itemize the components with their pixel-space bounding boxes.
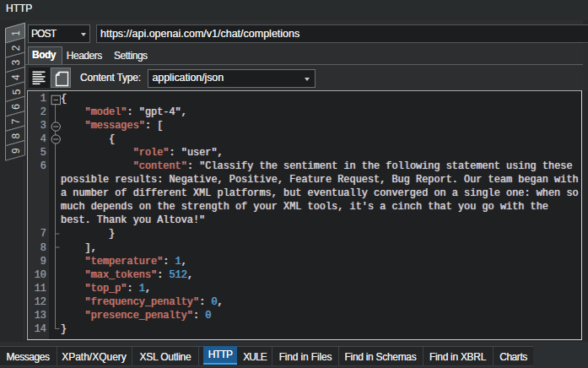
svg-text:8: 8 bbox=[11, 133, 23, 139]
svg-text:2: 2 bbox=[11, 45, 23, 51]
svg-text:3: 3 bbox=[11, 60, 23, 66]
svg-text:6: 6 bbox=[11, 104, 23, 110]
svg-text:9: 9 bbox=[11, 148, 23, 154]
svg-text:7: 7 bbox=[11, 118, 23, 124]
svg-text:5: 5 bbox=[11, 89, 23, 95]
svg-text:1: 1 bbox=[11, 30, 23, 36]
svg-text:4: 4 bbox=[11, 74, 23, 80]
